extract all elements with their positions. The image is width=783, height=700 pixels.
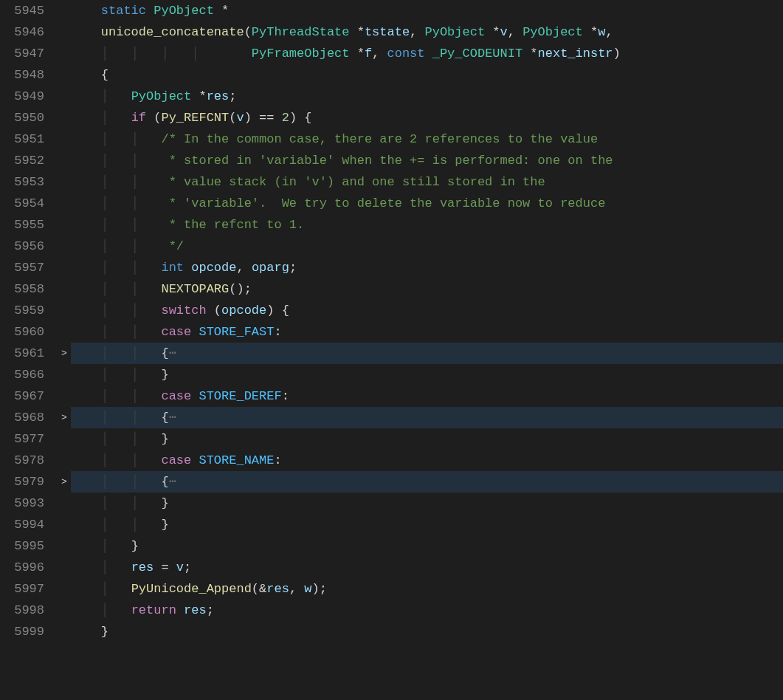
fold-placeholder (58, 385, 71, 407)
line-number: 5968 (6, 407, 44, 428)
code-line[interactable]: } (71, 621, 783, 642)
code-line-text: unicode_concatenate(PyThreadState *tstat… (71, 21, 613, 43)
code-line[interactable]: │ │ /* In the common case, there are 2 r… (71, 128, 783, 150)
code-line-text: │ │ } (71, 514, 169, 535)
code-line-text: │ PyUnicode_Append(&res, w); (71, 578, 327, 600)
code-line-text: │ │ NEXTOPARG(); (71, 278, 252, 300)
fold-placeholder (58, 21, 71, 43)
code-line[interactable]: │ │ switch (opcode) { (71, 300, 783, 321)
code-line[interactable]: │ } (71, 535, 783, 557)
code-line-text: │ PyObject *res; (71, 86, 236, 107)
code-line[interactable]: │ return res; (71, 600, 783, 621)
line-number: 5958 (6, 278, 44, 300)
code-line[interactable]: │ │ │ │ PyFrameObject *f, const _Py_CODE… (71, 43, 783, 64)
fold-placeholder (58, 514, 71, 535)
fold-gutter[interactable]: >>> (58, 0, 71, 700)
line-number: 5949 (6, 86, 44, 107)
line-number: 5955 (6, 214, 44, 236)
code-line[interactable]: │ │ * the refcnt to 1. (71, 214, 783, 236)
code-line[interactable]: │ │ */ (71, 236, 783, 257)
code-line[interactable]: │ │ } (71, 493, 783, 514)
line-number: 5953 (6, 171, 44, 193)
code-line[interactable]: │ │ {⋯ (71, 343, 783, 364)
line-number: 5996 (6, 557, 44, 578)
code-line[interactable]: │ │ case STORE_FAST: (71, 321, 783, 343)
code-line[interactable]: { (71, 64, 783, 86)
code-area[interactable]: static PyObject * unicode_concatenate(Py… (71, 0, 783, 700)
fold-placeholder (58, 621, 71, 642)
line-number: 5995 (6, 535, 44, 557)
code-line-text: │ │ case STORE_NAME: (71, 450, 282, 471)
code-line[interactable]: │ │ } (71, 364, 783, 385)
fold-placeholder (58, 0, 71, 21)
line-number: 5993 (6, 493, 44, 514)
code-line-text: │ │ │ │ PyFrameObject *f, const _Py_CODE… (71, 43, 621, 64)
line-number: 5967 (6, 385, 44, 407)
fold-placeholder (58, 278, 71, 300)
code-line-text: │ │ * value stack (in 'v') and one still… (71, 171, 545, 193)
code-line-text: │ │ int opcode, oparg; (71, 257, 297, 278)
fold-placeholder (58, 214, 71, 236)
code-line-text: │ │ case STORE_FAST: (71, 321, 282, 343)
code-line[interactable]: │ res = v; (71, 557, 783, 578)
code-editor[interactable]: 5945594659475948594959505951595259535954… (0, 0, 783, 700)
line-number: 5998 (6, 600, 44, 621)
code-line[interactable]: │ │ NEXTOPARG(); (71, 278, 783, 300)
code-line-text: │ } (71, 535, 139, 557)
fold-placeholder (58, 107, 71, 128)
code-line[interactable]: │ │ {⋯ (71, 471, 783, 493)
fold-expand-icon[interactable]: > (58, 343, 71, 364)
line-number: 5977 (6, 428, 44, 450)
code-line[interactable]: │ │ * value stack (in 'v') and one still… (71, 171, 783, 193)
line-number: 5956 (6, 236, 44, 257)
fold-placeholder (58, 150, 71, 171)
line-number: 5946 (6, 21, 44, 43)
fold-placeholder (58, 128, 71, 150)
code-line[interactable]: │ │ int opcode, oparg; (71, 257, 783, 278)
code-line-text: │ │ } (71, 364, 169, 385)
code-line[interactable]: │ if (Py_REFCNT(v) == 2) { (71, 107, 783, 128)
code-line-text: │ │ /* In the common case, there are 2 r… (71, 128, 598, 150)
fold-placeholder (58, 43, 71, 64)
line-number: 5957 (6, 257, 44, 278)
code-line[interactable]: unicode_concatenate(PyThreadState *tstat… (71, 21, 783, 43)
code-line-text: │ │ {⋯ (71, 471, 176, 493)
code-line[interactable]: │ │ } (71, 428, 783, 450)
line-number: 5966 (6, 364, 44, 385)
code-line-text: │ │ } (71, 428, 169, 450)
fold-placeholder (58, 493, 71, 514)
line-number: 5994 (6, 514, 44, 535)
code-line-text: │ │ * stored in 'variable' when the += i… (71, 150, 613, 171)
fold-placeholder (58, 257, 71, 278)
code-line[interactable]: │ PyUnicode_Append(&res, w); (71, 578, 783, 600)
code-line-text: │ │ case STORE_DEREF: (71, 385, 289, 407)
code-line[interactable]: │ │ case STORE_DEREF: (71, 385, 783, 407)
line-number: 5945 (6, 0, 44, 21)
line-number: 5997 (6, 578, 44, 600)
code-line[interactable]: │ PyObject *res; (71, 86, 783, 107)
code-line[interactable]: static PyObject * (71, 0, 783, 21)
fold-placeholder (58, 535, 71, 557)
code-line-text: │ return res; (71, 600, 214, 621)
line-number: 5954 (6, 193, 44, 214)
code-line[interactable]: │ │ * stored in 'variable' when the += i… (71, 150, 783, 171)
code-line-text: │ if (Py_REFCNT(v) == 2) { (71, 107, 312, 128)
fold-expand-icon[interactable]: > (58, 471, 71, 493)
line-number-gutter: 5945594659475948594959505951595259535954… (0, 0, 58, 700)
code-line[interactable]: │ │ } (71, 514, 783, 535)
fold-placeholder (58, 557, 71, 578)
code-line[interactable]: │ │ case STORE_NAME: (71, 450, 783, 471)
line-number: 5948 (6, 64, 44, 86)
line-number: 5950 (6, 107, 44, 128)
code-line[interactable]: │ │ {⋯ (71, 407, 783, 428)
code-line-text: │ res = v; (71, 557, 191, 578)
fold-expand-icon[interactable]: > (58, 407, 71, 428)
line-number: 5961 (6, 343, 44, 364)
fold-placeholder (58, 171, 71, 193)
code-line-text: │ │ */ (71, 236, 184, 257)
fold-placeholder (58, 64, 71, 86)
fold-placeholder (58, 450, 71, 471)
line-number: 5978 (6, 450, 44, 471)
line-number: 5952 (6, 150, 44, 171)
code-line[interactable]: │ │ * 'variable'. We try to delete the v… (71, 193, 783, 214)
